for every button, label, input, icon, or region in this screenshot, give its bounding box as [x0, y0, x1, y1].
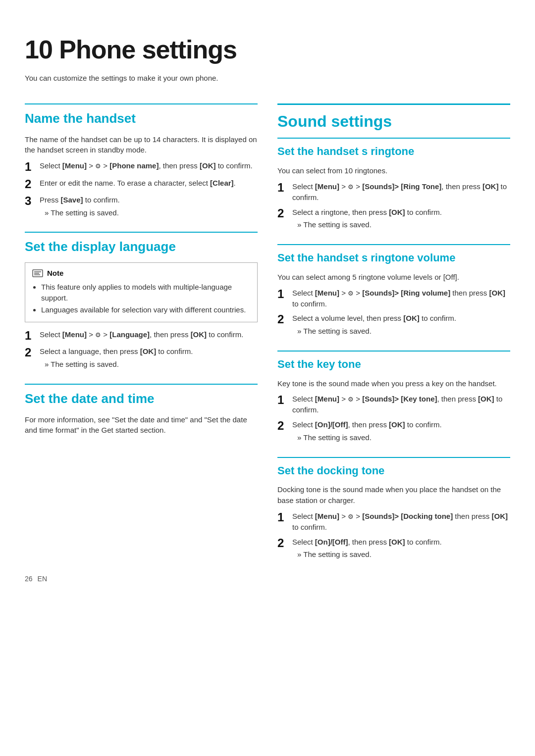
step-number: 1 — [277, 394, 288, 406]
page-intro: You can customize the settings to make i… — [25, 73, 510, 84]
step-sub: The setting is saved. — [297, 326, 510, 337]
step-number: 2 — [277, 419, 288, 432]
step-sub: The setting is saved. — [45, 207, 258, 218]
step-content: Select [Menu] > ⚙ > [Phone name], then p… — [40, 160, 258, 171]
step-sub: The setting is saved. — [297, 219, 510, 230]
name-handset-steps: 1 Select [Menu] > ⚙ > [Phone name], then… — [25, 160, 258, 218]
footer-lang: EN — [38, 574, 47, 584]
step-content: Select a language, then press [OK] to co… — [40, 346, 258, 370]
step-item: 1 Select [Menu] > ⚙ > [Sounds]> [Key ton… — [277, 394, 510, 415]
note-bullets: This feature only applies to models with… — [32, 282, 250, 315]
date-time-heading: Set the date and time — [25, 384, 258, 408]
sound-settings-heading: Sound settings — [277, 103, 510, 133]
right-column: Sound settings Set the handset s rington… — [277, 103, 510, 564]
step-number: 2 — [277, 537, 288, 550]
step-item: 1 Select [Menu] > ⚙ > [Phone name], then… — [25, 160, 258, 173]
left-column: Name the handset The name of the handset… — [25, 103, 258, 441]
docking-tone-intro: Docking tone is the sound made when you … — [277, 484, 510, 506]
step-number: 1 — [277, 288, 288, 301]
ringtone-volume-steps: 1 Select [Menu] > ⚙ > [Sounds]> [Ring vo… — [277, 288, 510, 337]
step-number: 2 — [277, 313, 288, 326]
step-item: 1 Select [Menu] > ⚙ > [Sounds]> [Ring To… — [277, 181, 510, 203]
step-item: 1 Select [Menu] > ⚙ > [Sounds]> [Ring vo… — [277, 288, 510, 309]
step-item: 2 Select a volume level, then press [OK]… — [277, 313, 510, 337]
key-tone-steps: 1 Select [Menu] > ⚙ > [Sounds]> [Key ton… — [277, 394, 510, 443]
step-sub: The setting is saved. — [297, 432, 510, 443]
page-title: 10 Phone settings — [25, 36, 510, 64]
step-content: Select [Menu] > ⚙ > [Sounds]> [Ring volu… — [292, 288, 510, 309]
note-box: Note This feature only applies to models… — [25, 262, 258, 322]
step-sub: The setting is saved. — [45, 359, 258, 370]
handset-ringtone-intro: You can select from 10 ringtones. — [277, 165, 510, 176]
step-item: 2 Select [On]/[Off], then press [OK] to … — [277, 537, 510, 560]
step-content: Select [On]/[Off], then press [OK] to co… — [292, 419, 510, 443]
step-number: 1 — [277, 511, 288, 524]
note-header: Note — [32, 268, 250, 279]
key-tone-heading: Set the key tone — [277, 351, 510, 372]
step-number: 1 — [25, 329, 36, 342]
page-footer: 26 EN — [0, 564, 535, 584]
step-item: 3 Press [Save] to confirm. The setting i… — [25, 195, 258, 218]
step-content: Select [Menu] > ⚙ > [Language], then pre… — [40, 329, 258, 340]
display-language-steps: 1 Select [Menu] > ⚙ > [Language], then p… — [25, 329, 258, 370]
note-icon — [32, 269, 43, 278]
step-item: 1 Select [Menu] > ⚙ > [Language], then p… — [25, 329, 258, 342]
note-bullet: Languages available for selection vary w… — [41, 304, 250, 315]
step-item: 2 Select a language, then press [OK] to … — [25, 346, 258, 370]
key-tone-intro: Key tone is the sound made when you pres… — [277, 378, 510, 389]
name-handset-heading: Name the handset — [25, 103, 258, 128]
step-content: Select [On]/[Off], then press [OK] to co… — [292, 537, 510, 560]
step-number: 1 — [25, 160, 36, 173]
step-content: Enter or edit the name. To erase a chara… — [40, 178, 258, 189]
ringtone-volume-heading: Set the handset s ringtone volume — [277, 244, 510, 266]
handset-ringtone-heading: Set the handset s ringtone — [277, 138, 510, 159]
step-number: 2 — [25, 178, 36, 191]
step-content: Select a ringtone, then press [OK] to co… — [292, 207, 510, 231]
step-item: 2 Select [On]/[Off], then press [OK] to … — [277, 419, 510, 443]
step-number: 1 — [277, 181, 288, 194]
step-content: Select a volume level, then press [OK] t… — [292, 313, 510, 337]
date-time-intro: For more information, see "Set the date … — [25, 414, 258, 436]
footer-page-number: 26 — [25, 574, 33, 584]
handset-ringtone-steps: 1 Select [Menu] > ⚙ > [Sounds]> [Ring To… — [277, 181, 510, 230]
step-content: Select [Menu] > ⚙ > [Sounds]> [Key tone]… — [292, 394, 510, 415]
name-handset-intro: The name of the handset can be up to 14 … — [25, 134, 258, 156]
step-content: Press [Save] to confirm. The setting is … — [40, 195, 258, 218]
step-number: 2 — [25, 346, 36, 359]
step-item: 2 Enter or edit the name. To erase a cha… — [25, 178, 258, 191]
docking-tone-steps: 1 Select [Menu] > ⚙ > [Sounds]> [Docking… — [277, 511, 510, 560]
note-label: Note — [47, 268, 63, 279]
step-number: 3 — [25, 195, 36, 207]
step-number: 2 — [277, 207, 288, 220]
docking-tone-heading: Set the docking tone — [277, 457, 510, 479]
note-bullet: This feature only applies to models with… — [41, 282, 250, 303]
ringtone-volume-intro: You can select among 5 ringtone volume l… — [277, 272, 510, 283]
step-content: Select [Menu] > ⚙ > [Sounds]> [Ring Tone… — [292, 181, 510, 203]
display-language-heading: Set the display language — [25, 232, 258, 256]
step-sub: The setting is saved. — [297, 549, 510, 560]
step-item: 2 Select a ringtone, then press [OK] to … — [277, 207, 510, 231]
step-item: 1 Select [Menu] > ⚙ > [Sounds]> [Docking… — [277, 511, 510, 533]
step-content: Select [Menu] > ⚙ > [Sounds]> [Docking t… — [292, 511, 510, 533]
